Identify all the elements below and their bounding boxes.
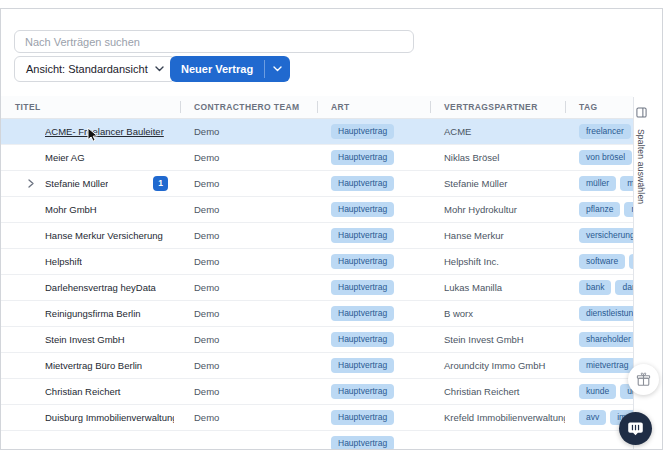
- view-select-button[interactable]: Ansicht: Standardansicht: [14, 56, 176, 82]
- column-settings-tab[interactable]: Spalten auswählen: [633, 97, 648, 449]
- contract-type-badge: Hauptvertrag: [331, 124, 394, 140]
- tags-cell: versicherung: [565, 223, 633, 248]
- new-contract-button[interactable]: Neuer Vertrag: [170, 56, 290, 82]
- table-row[interactable]: Reinigungsfirma Berlin Demo Hauptvertrag…: [1, 301, 633, 327]
- table-row[interactable]: Meier AG Demo Hauptvertrag Niklas Brösel…: [1, 145, 633, 171]
- chat-messenger-button[interactable]: [619, 412, 652, 445]
- team-cell: Demo: [180, 308, 317, 319]
- partner-cell: Lukas Manilla: [430, 282, 565, 293]
- contract-title[interactable]: Darlehensvertrag heyData: [45, 282, 156, 293]
- contract-type-badge: Hauptvertrag: [331, 228, 394, 244]
- tags-cell: von bröselmünchen: [565, 145, 633, 170]
- tag-badge[interactable]: kunde: [579, 384, 616, 400]
- title-cell: Mohr GmbH: [1, 197, 180, 222]
- contract-title[interactable]: Duisburg Immobilienverwaltung: [45, 412, 174, 423]
- tag-badge[interactable]: avv: [579, 410, 606, 426]
- column-header[interactable]: TITEL: [1, 96, 180, 118]
- table-row[interactable]: ACME- Freelancer Bauleiter Demo Hauptver…: [1, 119, 633, 145]
- type-cell: Hauptvertrag: [317, 358, 430, 374]
- search-input[interactable]: [14, 30, 414, 53]
- contract-title[interactable]: Christian Reichert: [45, 386, 121, 397]
- title-cell: Darlehensvertrag heyData: [1, 275, 180, 300]
- tag-badge[interactable]: shareholder: [579, 332, 633, 348]
- chevron-down-icon: [155, 66, 164, 72]
- team-cell: Demo: [180, 256, 317, 267]
- table-row[interactable]: Mietvertrag Büro Berlin Demo Hauptvertra…: [1, 353, 633, 379]
- contract-type-badge: Hauptvertrag: [331, 384, 394, 400]
- table-header-row: TITELCONTRACTHERO TEAMARTVERTRAGSPARTNER…: [1, 96, 633, 119]
- table-row[interactable]: Hauptvertrag: [1, 431, 633, 449]
- contract-type-badge: Hauptvertrag: [331, 436, 394, 449]
- partner-cell: B worx: [430, 308, 565, 319]
- subrow-count-badge: 1: [153, 176, 168, 191]
- contract-title[interactable]: Mohr GmbH: [45, 204, 97, 215]
- whats-new-gift-button[interactable]: [628, 364, 659, 395]
- contract-type-badge: Hauptvertrag: [331, 280, 394, 296]
- table-row[interactable]: Christian Reichert Demo Hauptvertrag Chr…: [1, 379, 633, 405]
- team-cell: Demo: [180, 230, 317, 241]
- type-cell: Hauptvertrag: [317, 306, 430, 322]
- table-row[interactable]: Darlehensvertrag heyData Demo Hauptvertr…: [1, 275, 633, 301]
- tags-cell: kundeumsatz: [565, 379, 633, 404]
- partner-cell: Aroundcity Immo GmbH: [430, 360, 565, 371]
- table-row[interactable]: Mohr GmbH Demo Hauptvertrag Mohr Hydroku…: [1, 197, 633, 223]
- contract-type-badge: Hauptvertrag: [331, 202, 394, 218]
- tag-badge[interactable]: mitarbeiter: [620, 176, 633, 192]
- new-contract-label: Neuer Vertrag: [170, 56, 264, 82]
- tag-badge[interactable]: bank: [579, 280, 611, 296]
- gift-icon: [636, 372, 651, 387]
- new-contract-dropdown-toggle[interactable]: [265, 56, 290, 82]
- column-header[interactable]: ART: [317, 96, 430, 118]
- contract-title[interactable]: Meier AG: [45, 152, 85, 163]
- tag-badge[interactable]: von brösel: [579, 150, 632, 166]
- tag-badge[interactable]: müller: [579, 176, 616, 192]
- title-cell: Helpshift: [1, 249, 180, 274]
- tag-badge[interactable]: mohr: [624, 202, 633, 218]
- column-header[interactable]: VERTRAGSPARTNER: [430, 96, 565, 118]
- contract-title[interactable]: Hanse Merkur Versicherung: [45, 230, 163, 241]
- tag-badge[interactable]: mietvertrag: [579, 358, 633, 374]
- contract-title[interactable]: Stefanie Müller: [45, 178, 108, 189]
- table-row[interactable]: Duisburg Immobilienverwaltung Demo Haupt…: [1, 405, 633, 431]
- contract-title[interactable]: Helpshift: [45, 256, 82, 267]
- type-cell: Hauptvertrag: [317, 384, 430, 400]
- column-header[interactable]: TAG: [565, 96, 633, 118]
- team-cell: Demo: [180, 334, 317, 345]
- tags-cell: freelancerprojekt: [565, 119, 633, 144]
- tag-badge[interactable]: dienstleistung: [579, 306, 633, 322]
- tag-badge[interactable]: versicherung: [579, 228, 633, 244]
- column-header[interactable]: CONTRACTHERO TEAM: [180, 96, 317, 118]
- type-cell: Hauptvertrag: [317, 280, 430, 296]
- type-cell: Hauptvertrag: [317, 124, 430, 140]
- tag-badge[interactable]: freelancer: [579, 124, 631, 140]
- title-cell: Christian Reichert: [1, 379, 180, 404]
- tags-cell: müllermitarbeiter: [565, 171, 633, 196]
- contract-type-badge: Hauptvertrag: [331, 176, 394, 192]
- expand-chevron-icon[interactable]: [15, 179, 45, 188]
- title-cell: Reinigungsfirma Berlin: [1, 301, 180, 326]
- team-cell: Demo: [180, 360, 317, 371]
- contract-title[interactable]: ACME- Freelancer Bauleiter: [45, 126, 164, 137]
- tags-cell: softwarehelpdesk: [565, 249, 633, 274]
- partner-cell: Stein Invest GmbH: [430, 334, 565, 345]
- contract-type-badge: Hauptvertrag: [331, 150, 394, 166]
- contract-title[interactable]: Mietvertrag Büro Berlin: [45, 360, 142, 371]
- table-row[interactable]: Hanse Merkur Versicherung Demo Hauptvert…: [1, 223, 633, 249]
- contract-type-badge: Hauptvertrag: [331, 254, 394, 270]
- tag-badge[interactable]: darlehen: [615, 280, 633, 296]
- contract-title[interactable]: Reinigungsfirma Berlin: [45, 308, 141, 319]
- type-cell: Hauptvertrag: [317, 410, 430, 426]
- table-row[interactable]: Helpshift Demo Hauptvertrag Helpshift In…: [1, 249, 633, 275]
- contract-title[interactable]: Stein Invest GmbH: [45, 334, 125, 345]
- contracts-table: TITELCONTRACTHERO TEAMARTVERTRAGSPARTNER…: [1, 96, 633, 449]
- team-cell: Demo: [180, 386, 317, 397]
- title-cell: Stefanie Müller 1: [1, 171, 180, 196]
- tag-badge[interactable]: pflanze: [579, 202, 620, 218]
- type-cell: Hauptvertrag: [317, 202, 430, 218]
- title-cell: ACME- Freelancer Bauleiter: [1, 119, 180, 144]
- tag-badge[interactable]: software: [579, 254, 625, 270]
- table-row[interactable]: Stein Invest GmbH Demo Hauptvertrag Stei…: [1, 327, 633, 353]
- table-body: ACME- Freelancer Bauleiter Demo Hauptver…: [1, 119, 633, 449]
- table-row[interactable]: Stefanie Müller 1 Demo Hauptvertrag Stef…: [1, 171, 633, 197]
- team-cell: Demo: [180, 282, 317, 293]
